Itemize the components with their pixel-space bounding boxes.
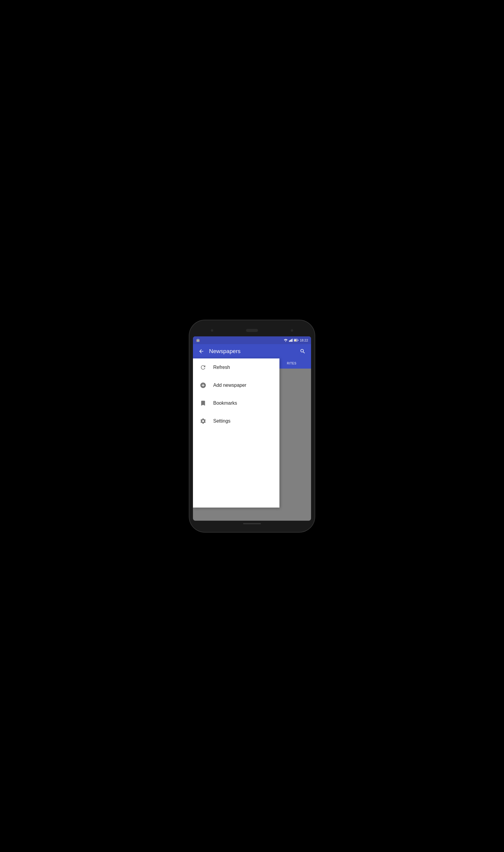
front-camera	[211, 329, 213, 332]
phone-top-bar	[193, 326, 311, 335]
android-notification-icon: 🤖	[196, 338, 200, 342]
menu-item-add-newspaper[interactable]: Add newspaper	[193, 376, 280, 394]
refresh-label: Refresh	[213, 365, 230, 370]
svg-rect-6	[298, 340, 299, 341]
add-newspaper-label: Add newspaper	[213, 383, 246, 388]
settings-icon	[199, 417, 207, 425]
phone-bottom-bar	[193, 521, 311, 527]
svg-rect-4	[292, 339, 292, 342]
phone-screen: 🤖	[193, 337, 311, 521]
status-bar: 🤖	[193, 337, 311, 344]
menu-item-refresh[interactable]: Refresh	[193, 359, 280, 376]
back-button[interactable]	[197, 346, 206, 356]
bg-tab-label: RITES	[287, 362, 296, 365]
earpiece-speaker	[246, 329, 258, 332]
toolbar: Newspapers	[193, 344, 311, 359]
phone-device: 🤖	[190, 320, 314, 532]
svg-rect-2	[290, 340, 291, 342]
page-title: Newspapers	[209, 348, 295, 355]
svg-rect-1	[289, 341, 290, 342]
dropdown-menu: Refresh Add newspaper Bookmarks	[193, 359, 280, 508]
menu-item-bookmarks[interactable]: Bookmarks	[193, 394, 280, 412]
home-indicator	[243, 523, 261, 524]
bookmark-icon	[199, 399, 207, 407]
refresh-icon	[199, 363, 207, 371]
wifi-icon	[284, 339, 288, 342]
search-button[interactable]	[298, 346, 307, 356]
svg-rect-3	[291, 339, 292, 342]
menu-item-settings[interactable]: Settings	[193, 412, 280, 430]
svg-text:⚡: ⚡	[295, 340, 297, 342]
sensor	[291, 329, 293, 332]
add-circle-icon	[199, 381, 207, 389]
settings-label: Settings	[213, 418, 231, 424]
status-time: 18:22	[300, 339, 308, 342]
bookmarks-label: Bookmarks	[213, 400, 237, 406]
battery-icon: ⚡	[294, 339, 299, 342]
signal-icon	[289, 339, 292, 342]
svg-point-0	[285, 341, 286, 342]
